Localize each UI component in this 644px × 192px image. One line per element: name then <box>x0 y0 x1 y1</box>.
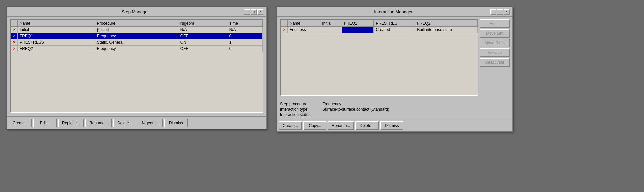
step-delete-button[interactable]: Delete... <box>113 119 136 127</box>
interaction-type-label: Interaction type: <box>280 107 320 112</box>
interaction-layout: Name Initial FREQ1 PRESTRES FREQ2 ×Frict… <box>280 19 510 96</box>
step-col-procedure: Procedure <box>95 20 178 27</box>
step-manager-title: Step Manager <box>27 9 244 14</box>
step-row-name: FREQ1 <box>18 33 95 39</box>
int-col-freq1: FREQ1 <box>342 20 374 27</box>
step-row-nlgeom: OFF <box>178 46 227 52</box>
interaction-manager-close[interactable]: × <box>504 9 510 15</box>
interaction-table-container: Name Initial FREQ1 PRESTRES FREQ2 ×Frict… <box>280 19 478 96</box>
step-row-status: × <box>11 46 18 52</box>
step-row-status: ✓ <box>11 27 18 33</box>
int-col-name: Name <box>288 20 320 27</box>
step-row-nlgeom: ON <box>178 39 227 46</box>
step-row-name: FREQ2 <box>18 46 95 52</box>
step-row-time: 0 <box>227 33 262 39</box>
step-manager-titlebar: Step Manager — □ × <box>7 7 266 17</box>
step-row-nlgeom: N/A <box>178 27 227 33</box>
interaction-info-section: Step procedure: Frequency Interaction ty… <box>277 99 512 119</box>
interaction-create-button[interactable]: Create... <box>279 121 302 130</box>
step-rename-button[interactable]: Rename... <box>85 119 112 127</box>
step-col-status <box>11 20 18 27</box>
step-row-procedure: Frequency <box>95 33 178 39</box>
interaction-manager-window: Interaction Manager — □ × Name Initial F… <box>277 7 513 132</box>
step-replace-button[interactable]: Replace... <box>58 119 84 127</box>
step-table-row[interactable]: ×PRESTRESSStatic, GeneralON1 <box>11 39 263 46</box>
interaction-table: Name Initial FREQ1 PRESTRES FREQ2 ×Frict… <box>281 20 478 33</box>
int-col-initial: Initial <box>320 20 342 27</box>
int-row-prestres: Created <box>374 27 415 33</box>
int-row-status: × <box>281 27 288 33</box>
interaction-manager-maximize[interactable]: □ <box>497 9 503 15</box>
step-table-container: Name Procedure Nlgeom Time ✓Initial{Init… <box>10 19 263 113</box>
interaction-status-label: Interaction status: <box>280 112 320 117</box>
interaction-button-bar: Create... Copy... Rename... Delete... Di… <box>277 119 512 131</box>
step-col-name: Name <box>18 20 95 27</box>
step-row-status: ✓ <box>11 33 18 39</box>
interaction-move-left-button[interactable]: Move Left <box>480 29 510 38</box>
step-row-name: PRESTRESS <box>18 39 95 46</box>
step-row-time: N/A <box>227 27 262 33</box>
step-row-nlgeom: OFF <box>178 33 227 39</box>
step-manager-close[interactable]: × <box>257 9 263 15</box>
interaction-copy-button[interactable]: Copy... <box>303 121 326 130</box>
step-table-row[interactable]: ✓Initial{Initial}N/AN/A <box>11 27 263 33</box>
step-procedure-row: Step procedure: Frequency <box>280 102 510 106</box>
interaction-table-row[interactable]: ×FrictLessCreatedBuilt into base state <box>281 27 478 33</box>
step-procedure-value: Frequency <box>322 102 341 106</box>
interaction-type-row: Interaction type: Surface-to-surface con… <box>280 107 510 112</box>
interaction-manager-title: Interaction Manager <box>297 9 490 14</box>
step-table-row[interactable]: ×FREQ2FrequencyOFF0 <box>11 46 263 52</box>
step-row-procedure: Static, General <box>95 39 178 46</box>
step-table-row[interactable]: ✓FREQ1FrequencyOFF0 <box>11 33 263 39</box>
step-row-status: × <box>11 39 18 46</box>
int-row-freq1 <box>342 27 374 33</box>
step-manager-controls: — □ × <box>244 9 263 15</box>
step-col-nlgeom: Nlgeom <box>178 20 227 27</box>
interaction-manager-controls: — □ × <box>490 9 510 15</box>
int-row-freq2: Built into base state <box>415 27 478 33</box>
step-manager-minimize[interactable]: — <box>244 9 250 15</box>
step-row-procedure: {Initial} <box>95 27 178 33</box>
int-row-initial <box>320 27 342 33</box>
step-col-time: Time <box>227 20 262 27</box>
interaction-manager-minimize[interactable]: — <box>490 9 496 15</box>
interaction-edit-button[interactable]: Edit... <box>480 19 510 28</box>
int-col-freq2: FREQ2 <box>415 20 478 27</box>
interaction-manager-titlebar: Interaction Manager — □ × <box>277 7 512 17</box>
step-row-name: Initial <box>18 27 95 33</box>
step-procedure-label: Step procedure: <box>280 102 320 106</box>
interaction-manager-content: Name Initial FREQ1 PRESTRES FREQ2 ×Frict… <box>277 17 512 99</box>
step-manager-button-bar: Create... Edit... Replace... Rename... D… <box>7 116 266 129</box>
interaction-deactivate-button[interactable]: Deactivate <box>480 58 510 67</box>
step-table: Name Procedure Nlgeom Time ✓Initial{Init… <box>11 20 263 52</box>
step-manager-content: Name Procedure Nlgeom Time ✓Initial{Init… <box>7 17 266 116</box>
interaction-dismiss-button[interactable]: Dismiss <box>380 121 403 130</box>
step-manager-maximize[interactable]: □ <box>251 9 257 15</box>
step-manager-window: Step Manager — □ × Name Procedure Nlgeom… <box>7 7 267 129</box>
step-row-procedure: Frequency <box>95 46 178 52</box>
interaction-delete-button[interactable]: Delete... <box>355 121 379 130</box>
step-row-time: 1 <box>227 39 262 46</box>
step-create-button[interactable]: Create... <box>9 119 32 127</box>
step-row-time: 0 <box>227 46 262 52</box>
interaction-move-right-button[interactable]: Move Right <box>480 39 510 47</box>
interaction-rename-button[interactable]: Rename... <box>328 121 354 130</box>
interaction-type-value: Surface-to-surface contact (Standard) <box>322 107 389 112</box>
step-edit-button[interactable]: Edit... <box>33 119 57 127</box>
interaction-sidebar: Edit... Move Left Move Right Activate De… <box>480 19 510 96</box>
int-col-status <box>281 20 288 27</box>
step-nlgeom-button[interactable]: Nlgeom... <box>138 119 163 127</box>
interaction-activate-button[interactable]: Activate <box>480 48 510 57</box>
int-col-prestres: PRESTRES <box>374 20 415 27</box>
int-row-name: FrictLess <box>288 27 320 33</box>
interaction-status-row: Interaction status: <box>280 112 510 117</box>
step-dismiss-button[interactable]: Dismiss <box>164 119 188 127</box>
